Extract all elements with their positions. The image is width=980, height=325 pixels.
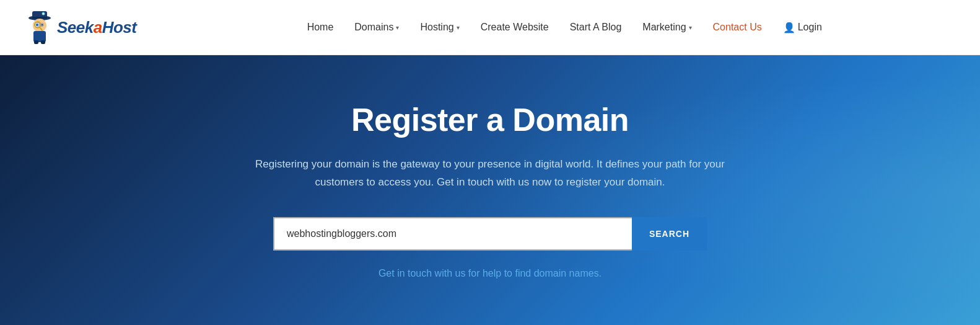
help-link[interactable]: Get in touch with us for help to find do…	[378, 268, 602, 279]
nav-login[interactable]: 👤 Login	[774, 17, 831, 38]
nav-home[interactable]: Home	[299, 17, 343, 38]
domain-search-area: SEARCH	[273, 217, 707, 251]
svg-rect-13	[41, 40, 45, 44]
logo-mascot-icon	[25, 9, 55, 45]
nav-domains[interactable]: Domains ▾	[346, 17, 408, 38]
hero-title: Register a Domain	[351, 101, 629, 138]
hero-subtitle: Registering your domain is the gateway t…	[248, 156, 732, 192]
marketing-chevron-icon: ▾	[689, 24, 692, 31]
logo-host-text: Host	[102, 18, 137, 37]
nav-marketing[interactable]: Marketing ▾	[634, 17, 700, 38]
header: SeekaHost Home Domains ▾ Hosting ▾ Creat…	[0, 0, 980, 55]
person-icon: 👤	[783, 22, 795, 33]
svg-point-6	[37, 24, 38, 25]
logo-seek-text: Seek	[57, 18, 94, 37]
domain-search-input[interactable]	[273, 217, 632, 251]
domains-chevron-icon: ▾	[396, 24, 399, 31]
main-navigation: Home Domains ▾ Hosting ▾ Create Website …	[173, 17, 955, 38]
logo-text: SeekaHost	[57, 18, 136, 37]
logo-a-text: a	[94, 18, 102, 37]
hero-section: Register a Domain Registering your domai…	[0, 55, 980, 325]
svg-point-15	[43, 13, 45, 15]
svg-rect-12	[34, 40, 38, 44]
svg-point-10	[42, 24, 43, 26]
nav-contact-us[interactable]: Contact Us	[704, 17, 771, 38]
logo[interactable]: SeekaHost	[25, 9, 136, 45]
nav-hosting[interactable]: Hosting ▾	[411, 17, 468, 38]
nav-create-website[interactable]: Create Website	[472, 17, 558, 38]
svg-rect-2	[32, 17, 47, 19]
search-button[interactable]: SEARCH	[632, 217, 707, 251]
hosting-chevron-icon: ▾	[457, 24, 460, 31]
nav-start-a-blog[interactable]: Start A Blog	[561, 17, 631, 38]
